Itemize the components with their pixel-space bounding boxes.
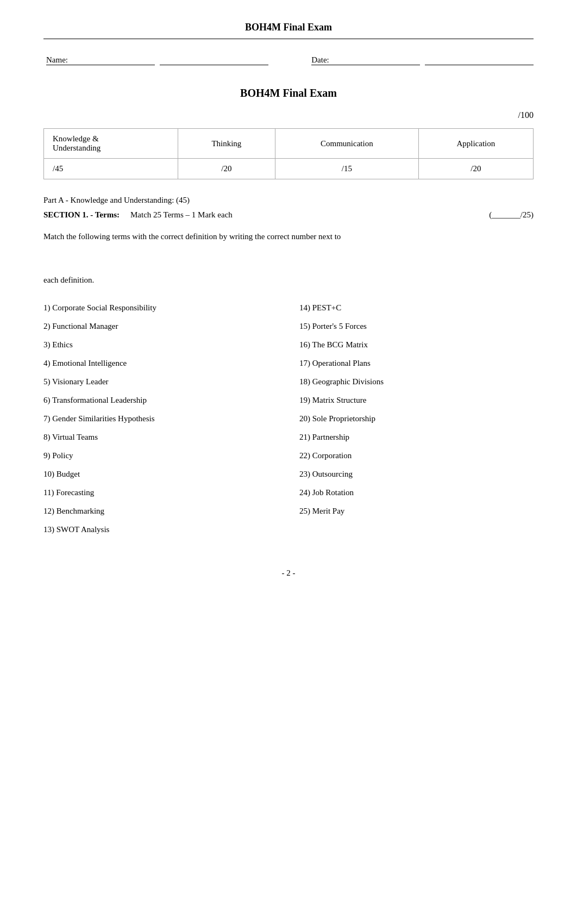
- section1-score: (_______/25): [489, 210, 534, 220]
- instructions-line1: Match the following terms with the corre…: [43, 232, 341, 241]
- each-definition: each definition.: [43, 276, 534, 285]
- part-a-label: Part A - Knowledge and Understanding: (4…: [43, 196, 190, 204]
- exam-title-text: BOH4M Final Exam: [240, 87, 337, 99]
- name-date-row: Name: Date:: [43, 55, 534, 65]
- score-total-text: /100: [518, 110, 534, 120]
- rubric-header-communication: Communication: [275, 129, 418, 159]
- rubric-header-thinking: Thinking: [178, 129, 275, 159]
- instructions: Match the following terms with the corre…: [43, 230, 534, 243]
- name-blank-line[interactable]: [160, 55, 268, 65]
- date-label: Date:: [311, 55, 420, 65]
- rubric-value-knowledge: /45: [44, 159, 178, 179]
- header-title: BOH4M Final Exam: [245, 22, 332, 33]
- exam-title: BOH4M Final Exam: [43, 87, 534, 99]
- list-item: 17) Operational Plans: [299, 357, 534, 370]
- list-item: 13) SWOT Analysis: [43, 523, 278, 536]
- name-field: Name:: [43, 55, 268, 65]
- section-1-row: SECTION 1. - Terms: Match 25 Terms – 1 M…: [43, 210, 534, 220]
- list-item: 20) Sole Proprietorship: [299, 412, 534, 425]
- list-item: 9) Policy: [43, 449, 278, 462]
- list-item: 24) Job Rotation: [299, 486, 534, 499]
- date-field: Date:: [309, 55, 534, 65]
- list-item: 4) Emotional Intelligence: [43, 357, 278, 370]
- list-item: 15) Porter's 5 Forces: [299, 320, 534, 333]
- list-item: 25) Merit Pay: [299, 504, 534, 517]
- list-item: 12) Benchmarking: [43, 504, 278, 517]
- rubric-table: Knowledge &Understanding Thinking Commun…: [43, 128, 534, 179]
- page-header: BOH4M Final Exam: [43, 22, 534, 39]
- rubric-value-thinking: /20: [178, 159, 275, 179]
- page-number-text: - 2 -: [282, 569, 296, 577]
- rubric-value-communication: /15: [275, 159, 418, 179]
- list-item: 10) Budget: [43, 467, 278, 480]
- list-item: 18) Geographic Divisions: [299, 375, 534, 388]
- list-item: 21) Partnership: [299, 430, 534, 444]
- rubric-value-application: /20: [418, 159, 533, 179]
- terms-col-right: 14) PEST+C 15) Porter's 5 Forces 16) The…: [299, 301, 534, 536]
- list-item: 6) Transformational Leadership: [43, 394, 278, 407]
- rubric-header-application: Application: [418, 129, 533, 159]
- score-total: /100: [43, 110, 534, 120]
- list-item: 19) Matrix Structure: [299, 394, 534, 407]
- list-item: 16) The BCG Matrix: [299, 338, 534, 351]
- instructions-line2: each definition.: [43, 276, 94, 284]
- list-item: 5) Visionary Leader: [43, 375, 278, 388]
- list-item: 1) Corporate Social Responsibility: [43, 301, 278, 314]
- rubric-header-knowledge: Knowledge &Understanding: [44, 129, 178, 159]
- section1-label: SECTION 1. - Terms:: [43, 210, 120, 220]
- section1-desc: Match 25 Terms – 1 Mark each: [130, 210, 478, 220]
- page-number: - 2 -: [43, 569, 534, 578]
- list-item: 22) Corporation: [299, 449, 534, 462]
- list-item: 7) Gender Similarities Hypothesis: [43, 412, 278, 425]
- list-item: 14) PEST+C: [299, 301, 534, 314]
- name-label: Name:: [46, 55, 155, 65]
- terms-columns: 1) Corporate Social Responsibility 2) Fu…: [43, 301, 534, 536]
- list-item: 11) Forecasting: [43, 486, 278, 499]
- list-item: 8) Virtual Teams: [43, 430, 278, 444]
- part-a-header: Part A - Knowledge and Understanding: (4…: [43, 196, 534, 205]
- list-item: 3) Ethics: [43, 338, 278, 351]
- date-blank-line[interactable]: [425, 55, 534, 65]
- list-item: 23) Outsourcing: [299, 467, 534, 480]
- terms-col-left: 1) Corporate Social Responsibility 2) Fu…: [43, 301, 278, 536]
- list-item: 2) Functional Manager: [43, 320, 278, 333]
